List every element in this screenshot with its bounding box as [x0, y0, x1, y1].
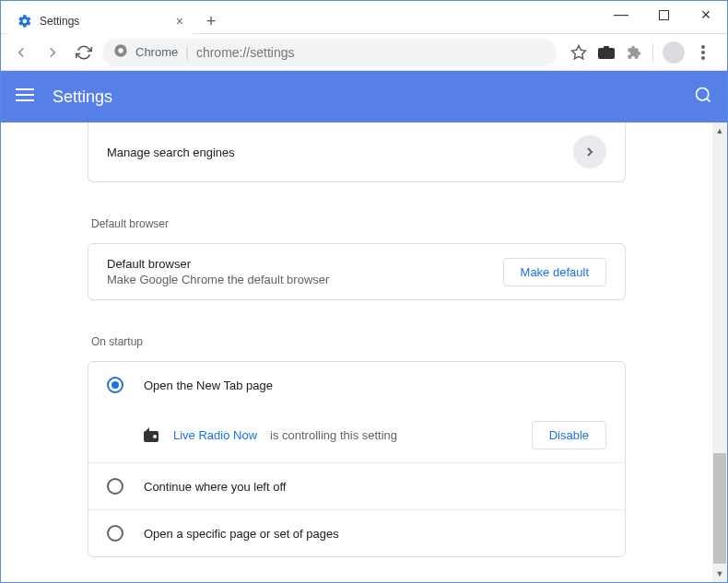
svg-point-7	[701, 51, 705, 54]
toolbar-actions	[562, 41, 720, 64]
radio-selected-icon	[107, 377, 123, 393]
window-titlebar: Settings × + — ×	[1, 1, 727, 34]
row-subtitle: Make Google Chrome the default browser	[107, 273, 503, 286]
option-label: Open the New Tab page	[144, 379, 273, 392]
extension-icon-1[interactable]	[597, 43, 616, 62]
maximize-button[interactable]	[642, 1, 685, 29]
settings-content: Manage search engines Default browser De…	[1, 122, 712, 582]
tab-title: Settings	[40, 15, 169, 28]
browser-toolbar: Chrome | chrome://settings	[1, 34, 727, 71]
row-label: Manage search engines	[107, 146, 573, 159]
section-title-on-startup: On startup	[88, 319, 626, 361]
default-browser-row: Default browser Make Google Chrome the d…	[88, 244, 625, 299]
extension-name-link[interactable]: Live Radio Now	[173, 428, 257, 442]
toolbar-separator	[652, 43, 653, 62]
avatar[interactable]	[663, 41, 685, 64]
svg-rect-10	[16, 94, 34, 96]
svg-rect-5	[604, 46, 609, 50]
disable-extension-button[interactable]: Disable	[532, 421, 606, 449]
scroll-down-icon[interactable]: ▼	[713, 567, 726, 580]
svg-point-2	[118, 48, 123, 52]
advanced-toggle[interactable]: Advanced ▼	[88, 576, 626, 582]
url-text: chrome://settings	[196, 45, 295, 60]
new-tab-button[interactable]: +	[198, 8, 224, 34]
svg-point-12	[697, 88, 709, 100]
scroll-thumb[interactable]	[713, 453, 726, 564]
radio-unselected-icon	[107, 478, 123, 495]
svg-point-8	[701, 56, 705, 60]
svg-line-13	[707, 99, 710, 102]
url-divider: |	[185, 45, 189, 60]
address-bar[interactable]: Chrome | chrome://settings	[102, 39, 557, 66]
chevron-right-icon	[573, 135, 606, 169]
svg-marker-3	[572, 45, 586, 58]
svg-point-15	[153, 435, 157, 438]
extension-controlling-row: Live Radio Now is controlling this setti…	[88, 408, 625, 462]
startup-option-new-tab[interactable]: Open the New Tab page	[88, 362, 625, 408]
extension-icon-2[interactable]	[625, 43, 643, 62]
radio-unselected-icon	[107, 525, 123, 542]
extension-controlling-text: is controlling this setting	[270, 428, 519, 442]
on-startup-card: Open the New Tab page Live Radio Now is …	[88, 361, 626, 557]
scroll-up-icon[interactable]: ▲	[713, 124, 726, 137]
manage-search-engines-row[interactable]: Manage search engines	[88, 122, 625, 181]
window-controls: — ×	[600, 1, 727, 29]
option-label: Continue where you left off	[144, 480, 286, 494]
make-default-button[interactable]: Make default	[503, 258, 606, 286]
gear-icon	[18, 14, 32, 29]
url-scheme-label: Chrome	[135, 45, 178, 59]
browser-tab[interactable]: Settings ×	[8, 8, 193, 34]
hamburger-icon[interactable]	[16, 88, 34, 105]
svg-rect-9	[16, 88, 34, 90]
reload-button[interactable]	[71, 40, 97, 65]
kebab-menu-icon[interactable]	[694, 43, 712, 62]
svg-rect-11	[16, 99, 34, 101]
startup-option-specific-pages[interactable]: Open a specific page or set of pages	[88, 509, 625, 556]
scrollbar[interactable]: ▲ ▼	[712, 122, 727, 582]
svg-rect-0	[659, 10, 668, 19]
default-browser-card: Default browser Make Google Chrome the d…	[88, 243, 626, 300]
startup-option-continue[interactable]: Continue where you left off	[88, 462, 625, 509]
search-icon[interactable]	[694, 86, 712, 108]
star-icon[interactable]	[569, 43, 588, 62]
page-title: Settings	[53, 87, 694, 107]
settings-header: Settings	[1, 71, 727, 122]
close-window-button[interactable]: ×	[685, 1, 727, 29]
minimize-button[interactable]: —	[600, 1, 642, 29]
radio-icon	[144, 427, 160, 444]
back-button[interactable]	[8, 40, 34, 65]
option-label: Open a specific page or set of pages	[144, 527, 339, 541]
svg-point-6	[701, 45, 705, 49]
row-label: Default browser	[107, 257, 503, 271]
close-tab-icon[interactable]: ×	[176, 14, 183, 29]
section-title-default-browser: Default browser	[88, 201, 626, 243]
chrome-page-icon	[113, 43, 128, 61]
forward-button[interactable]	[40, 40, 65, 65]
tab-strip: Settings × +	[1, 1, 224, 34]
